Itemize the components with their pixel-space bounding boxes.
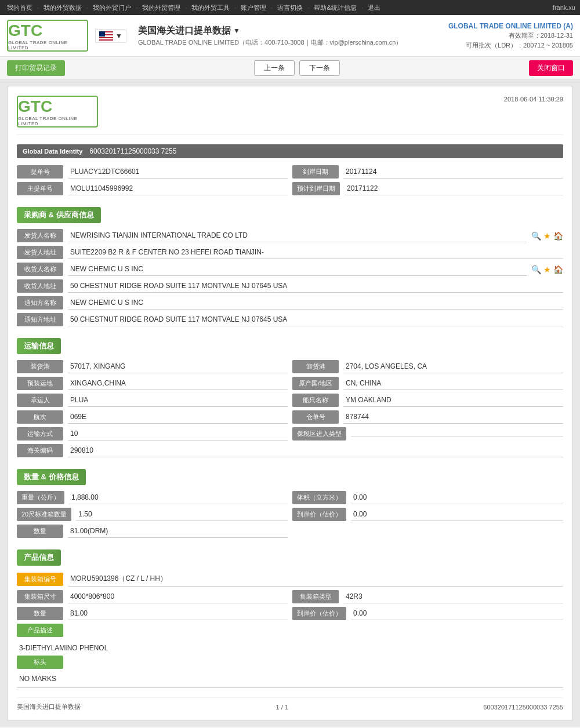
arrival-price-value: 0.00 <box>351 508 563 521</box>
gdi-value: 600320171125000033 7255 <box>89 147 176 155</box>
master-bill-label: 主提单号 <box>17 182 63 195</box>
quantity2-label: 数量 <box>17 607 63 620</box>
top-navigation: 我的首页 · 我的外贸数据 · 我的外贸门户 · 我的外贸管理 · 我的外贸工具… <box>0 0 580 15</box>
origin-col: 原产国/地区 CN, CHINA <box>292 377 563 390</box>
load-port-label: 装货港 <box>17 360 63 373</box>
doc-logo-gtc-text: GTC <box>18 97 97 116</box>
origin-label: 原产国/地区 <box>292 377 339 390</box>
consignee-star-icon[interactable]: ★ <box>543 265 551 274</box>
container-size-type-row: 集装箱尺寸 4000*806*800 集装箱类型 42R3 <box>17 590 563 603</box>
consignee-search-icon[interactable]: 🔍 <box>531 265 541 274</box>
vessel-label: 船只名称 <box>292 394 339 407</box>
container-type-value: 42R3 <box>343 590 563 603</box>
print-button-top[interactable]: 打印贸易记录 <box>7 60 65 76</box>
customs-code-row: 海关编码 290810 <box>17 444 563 457</box>
product-section-title: 产品信息 <box>17 549 61 566</box>
container20-label: 20尺标准箱数量 <box>17 508 71 521</box>
nav-language[interactable]: 语言切换 <box>275 3 305 12</box>
weight-label: 重量（公斤） <box>17 491 64 504</box>
vessel-col: 船只名称 YM OAKLAND <box>292 394 563 407</box>
volume-col: 体积（立方米） 0.00 <box>292 491 563 504</box>
quantity-value: 81.00(DRM) <box>68 525 288 538</box>
container-no-label: 仓单号 <box>292 410 339 424</box>
load-place-value: XINGANG,CHINA <box>68 377 288 390</box>
container-size-label: 集装箱尺寸 <box>17 590 63 603</box>
section-quantity-header: 数量 & 价格信息 <box>17 461 563 491</box>
mode-bonded-row: 运输方式 10 保税区进入类型 <box>17 427 563 441</box>
eta-label: 预计到岸日期 <box>292 182 340 195</box>
nav-account[interactable]: 账户管理 <box>238 3 269 12</box>
voyage-container-row: 航次 069E 仓单号 878744 <box>17 410 563 424</box>
title-dropdown-icon[interactable]: ▼ <box>233 27 240 35</box>
quantity2-value: 81.00 <box>68 607 288 620</box>
bill-date-row: 提单号 PLUACY12DTC66601 到岸日期 20171124 <box>17 165 563 179</box>
mark-value: NO MARKS <box>17 672 563 685</box>
volume-label: 体积（立方米） <box>292 491 346 504</box>
eta-value: 20171122 <box>345 182 563 195</box>
doc-divider <box>17 687 563 688</box>
eta-group: 预计到岸日期 20171122 <box>292 182 563 195</box>
nav-logout[interactable]: 退出 <box>365 3 383 12</box>
supplier-section-title: 采购商 & 供应商信息 <box>17 207 101 223</box>
shipper-star-icon[interactable]: ★ <box>543 231 551 241</box>
consignee-actions: 🔍 ★ 🏠 <box>531 265 563 274</box>
footer-gdi: 600320171125000033 7255 <box>483 704 563 711</box>
container-type-label: 集装箱类型 <box>292 590 339 603</box>
logo-area: GTC GLOBAL TRADE ONLINE LIMITED <box>7 20 88 52</box>
product-desc-row: 产品描述 <box>17 624 563 637</box>
quantity-row: 数量 81.00(DRM) <box>17 525 563 538</box>
section-transport-header: 运输信息 <box>17 330 563 360</box>
footer-page: 1 / 1 <box>276 704 288 711</box>
arrival-date-value: 20171124 <box>343 165 563 179</box>
discharge-port-col: 卸货港 2704, LOS ANGELES, CA <box>292 360 563 373</box>
container-no2-label: 集装箱编号 <box>17 573 63 586</box>
consignee-home-icon[interactable]: 🏠 <box>553 265 563 274</box>
voyage-label: 航次 <box>17 410 63 424</box>
bill-no-label: 提单号 <box>17 165 63 179</box>
language-selector[interactable]: ▼ <box>95 29 126 43</box>
container-size-col: 集装箱尺寸 4000*806*800 <box>17 590 288 603</box>
nav-management[interactable]: 我的外贸管理 <box>140 3 183 12</box>
prev-button-top[interactable]: 上一条 <box>254 60 295 76</box>
section-product-header: 产品信息 <box>17 541 563 572</box>
shipper-name-value: NEWRISING TIANJIN INTERNATIONAL TRADE CO… <box>68 229 527 242</box>
arrival-price2-value: 0.00 <box>351 607 563 620</box>
close-button-top[interactable]: 关闭窗口 <box>529 60 573 76</box>
shipper-home-icon[interactable]: 🏠 <box>553 231 563 241</box>
quantity2-col: 数量 81.00 <box>17 607 288 620</box>
user-display: frank.xu <box>553 4 575 11</box>
shipper-addr-label: 发货人地址 <box>17 246 63 259</box>
section-supplier-header: 采购商 & 供应商信息 <box>17 199 563 229</box>
nav-trade-data[interactable]: 我的外贸数据 <box>41 3 84 12</box>
product-desc-label: 产品描述 <box>17 624 63 637</box>
weight-value: 1,888.00 <box>69 491 288 504</box>
container-type-col: 集装箱类型 42R3 <box>292 590 563 603</box>
arrival-price-label: 到岸价（估价） <box>292 508 346 521</box>
notify-addr-label: 通知方地址 <box>17 313 63 326</box>
discharge-port-value: 2704, LOS ANGELES, CA <box>343 360 563 373</box>
page-header: GTC GLOBAL TRADE ONLINE LIMITED ▼ 美国海关进口… <box>0 15 580 57</box>
quantity-spacer <box>292 525 563 538</box>
nav-portal[interactable]: 我的外贸门户 <box>90 3 133 12</box>
quantity-section-title: 数量 & 价格信息 <box>17 469 86 485</box>
notify-name-label: 通知方名称 <box>17 296 63 310</box>
voyage-value: 069E <box>68 410 288 424</box>
container-no2-row: 集装箱编号 MORU5901396（CZ / L / HH） <box>17 572 563 587</box>
transport-mode-col: 运输方式 10 <box>17 427 288 441</box>
gdi-bar: Global Data Identity 600320171125000033 … <box>17 144 563 158</box>
shipper-name-label: 发货人名称 <box>17 229 63 242</box>
document-footer: 美国海关进口提单数据 1 / 1 600320171125000033 7255 <box>17 697 563 711</box>
page-title: 美国海关进口提单数据 ▼ <box>138 25 403 37</box>
notify-name-row: 通知方名称 NEW CHEMIC U S INC <box>17 296 563 310</box>
shipper-search-icon[interactable]: 🔍 <box>531 231 541 241</box>
toolbar-left: 打印贸易记录 <box>7 60 65 76</box>
next-button-top[interactable]: 下一条 <box>299 60 340 76</box>
nav-tools[interactable]: 我的外贸工具 <box>189 3 232 12</box>
container-size-value: 4000*806*800 <box>68 590 288 603</box>
carrier-col: 承运人 PLUA <box>17 394 288 407</box>
header-subtitle: GLOBAL TRADE ONLINE LIMITED（电话：400-710-3… <box>138 38 403 47</box>
consignee-addr-value: 50 CHESTNUT RIDGE ROAD SUITE 117 MONTVAL… <box>68 279 563 293</box>
nav-help[interactable]: 帮助&统计信息 <box>311 3 358 12</box>
container20-price-row: 20尺标准箱数量 1.50 到岸价（估价） 0.00 <box>17 508 563 521</box>
nav-home[interactable]: 我的首页 <box>5 3 35 12</box>
